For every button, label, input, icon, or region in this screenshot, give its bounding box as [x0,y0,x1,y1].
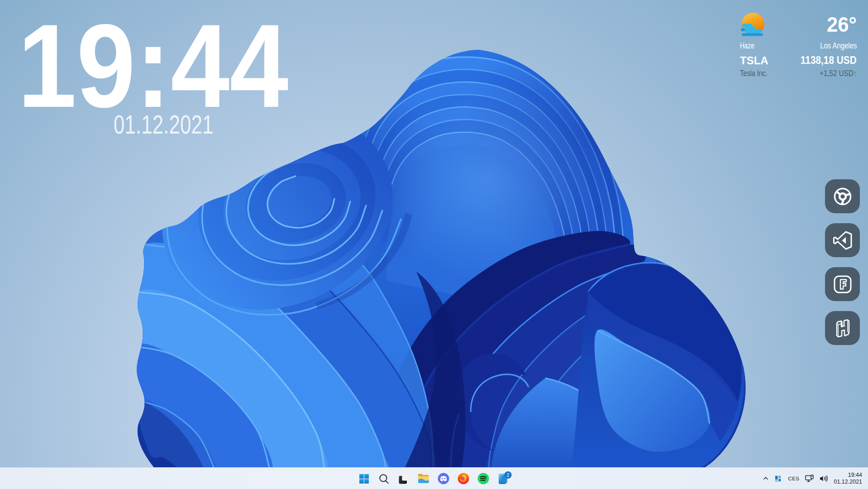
svg-text:2: 2 [506,472,509,478]
